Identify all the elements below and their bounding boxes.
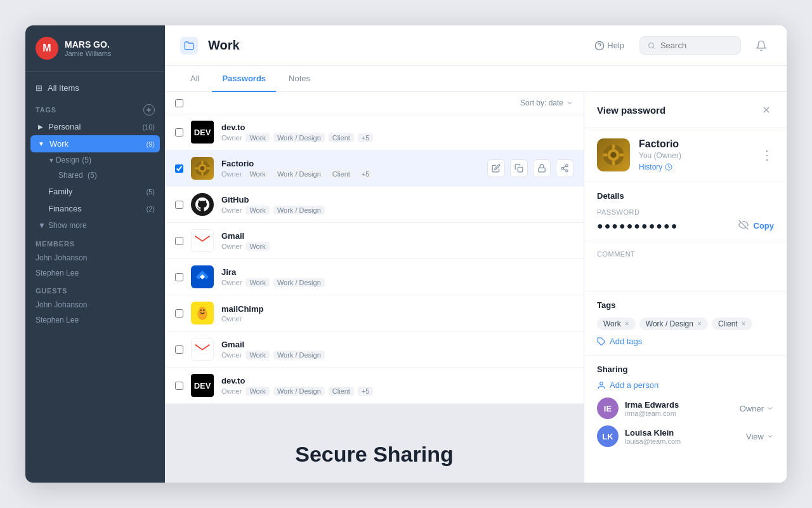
row-checkbox[interactable] [175,273,183,281]
pw-info: dev.to Owner Work Work / Design Client +… [221,376,573,396]
remove-workdesign-tag[interactable]: × [697,319,702,328]
row-checkbox[interactable] [175,237,183,245]
folder-icon [180,37,198,55]
tag-badge: Work [246,206,269,215]
show-more-button[interactable]: ▼ Show more [25,217,165,234]
chevron-down-icon-design: ▼ [48,157,55,164]
remove-work-tag[interactable]: × [625,319,629,328]
toggle-visibility-button[interactable] [738,220,749,232]
pw-name: Gmail [221,340,573,349]
svg-point-12 [566,164,568,167]
member-john[interactable]: John Johanson [25,250,165,265]
more-options-button[interactable]: ⋮ [761,149,774,161]
person-name-louisa: Louisa Klein [625,428,740,438]
person-role-louisa[interactable]: View [746,432,774,441]
add-person-button[interactable]: Add a person [597,380,774,390]
panel-title: View password [597,105,665,116]
tag-badge: Work / Design [273,387,325,396]
person-row-louisa: LK Louisa Klein louisa@team.com View [597,425,774,447]
guest-stephen[interactable]: Stephen Lee [25,312,165,328]
select-all-checkbox[interactable] [175,99,183,107]
password-list: DEV dev.to Owner Work Work / Design Clie… [165,114,584,483]
tab-notes[interactable]: Notes [278,66,320,92]
row-checkbox[interactable] [175,309,183,318]
sidebar-item-design[interactable]: ▼ Design (5) [25,152,165,168]
entry-details: Factorio You (Owner) History [639,138,681,171]
search-box[interactable] [639,36,741,55]
tabs-bar: All Passwords Notes [165,66,787,92]
add-tag-button[interactable]: + [143,104,155,116]
copy-username-button[interactable] [510,159,528,177]
share-button[interactable] [556,159,573,177]
tag-badge: Work / Design [273,278,325,287]
pw-info: Jira Owner Work Work / Design [221,267,573,287]
copy-button[interactable]: Copy [754,221,775,231]
help-icon [594,41,605,51]
tag-icon [597,337,606,346]
copy-password-button[interactable] [533,159,551,177]
tag-badge: Client [329,170,354,178]
search-input[interactable] [660,41,733,50]
person-role-irma[interactable]: Owner [740,404,774,413]
chevron-down-icon [766,432,774,440]
tag-badge: Client [329,387,354,396]
member-stephen[interactable]: Stephen Lee [25,265,165,281]
comment-field [597,262,774,282]
help-label: Help [607,41,624,50]
row-checkbox[interactable] [175,345,183,354]
svg-rect-26 [612,145,615,149]
pw-meta: Owner Work [221,242,573,251]
factorio-icon [191,157,214,180]
sidebar-item-shared[interactable]: Shared (5) [25,168,165,183]
details-title: Details [597,191,774,201]
tag-badge: Work [246,170,269,178]
remove-client-tag[interactable]: × [742,319,746,328]
field-actions: Copy [738,220,775,232]
table-row[interactable]: Jira Owner Work Work / Design [165,259,584,295]
row-checkbox[interactable] [175,382,183,390]
edit-button[interactable] [487,159,505,177]
row-checkbox[interactable] [175,201,183,209]
sort-button[interactable]: Sort by: date [520,98,573,107]
pw-name: Gmail [221,231,573,241]
table-row[interactable]: mailChimp Owner [165,295,584,331]
table-row[interactable]: Gmail Owner Work Work / Design [165,331,584,368]
pw-name: mailChimp [221,304,573,314]
topbar-title: Work [208,38,584,53]
pw-name: GitHub [221,195,573,204]
help-button[interactable]: Help [594,41,624,51]
chevron-down-icon [766,404,774,412]
guest-john[interactable]: John Johanson [25,297,165,312]
table-row[interactable]: Gmail Owner Work [165,223,584,259]
table-row[interactable]: DEV dev.to Owner Work Work / Design Clie… [165,114,584,150]
add-tags-button[interactable]: Add tags [597,337,774,346]
sidebar-item-all-items[interactable]: ⊞ All Items [25,78,165,98]
row-checkbox[interactable] [175,128,183,137]
history-button[interactable]: History [639,163,681,171]
pw-info: Factorio Owner Work Work / Design Client… [221,159,487,178]
table-row[interactable]: GitHub Owner Work Work / Design [165,187,584,223]
sidebar-item-personal[interactable]: ▶ Personal (10) [25,118,165,135]
sidebar-item-work[interactable]: ▼ Work (9) [30,135,160,152]
notifications-button[interactable] [751,36,771,56]
tag-chip-client: Client × [712,318,752,330]
row-checkbox[interactable] [175,164,183,173]
table-row[interactable]: DEV dev.to Owner Work Work / Design Clie… [165,368,584,404]
svg-point-2 [648,43,653,48]
svg-point-18 [199,307,206,314]
sidebar-item-finances[interactable]: Finances (2) [25,200,165,217]
grid-icon: ⊞ [36,83,43,93]
tag-badge: Work / Design [273,351,325,359]
tag-badge: Work [246,351,269,359]
table-row[interactable]: Factorio Owner Work Work / Design Client… [165,150,584,187]
mailchimp-icon [191,302,214,324]
app-name: MARS GO. [65,39,111,50]
close-button[interactable] [759,102,774,117]
history-label: History [639,163,662,171]
tag-badge: +5 [358,133,374,142]
avatar-louisa: LK [597,425,619,447]
tab-passwords[interactable]: Passwords [212,66,276,92]
sidebar-item-family[interactable]: Family (5) [25,183,165,200]
tab-all[interactable]: All [180,66,209,92]
svg-rect-11 [539,168,546,171]
